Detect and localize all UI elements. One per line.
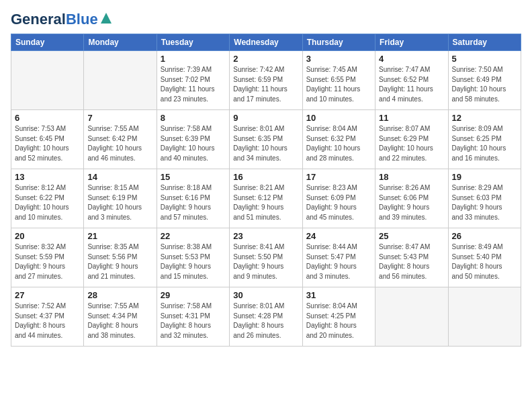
calendar-cell: 28Sunrise: 7:55 AM Sunset: 4:34 PM Dayli… <box>84 287 157 347</box>
cell-info: Sunrise: 7:47 AM Sunset: 6:52 PM Dayligh… <box>379 65 444 104</box>
logo: GeneralBlue <box>11 11 113 28</box>
cell-info: Sunrise: 8:23 AM Sunset: 6:09 PM Dayligh… <box>306 183 371 222</box>
calendar-week-row: 13Sunrise: 8:12 AM Sunset: 6:22 PM Dayli… <box>11 169 521 228</box>
logo-text: GeneralBlue <box>11 11 98 28</box>
calendar-day-header: Wednesday <box>230 34 302 51</box>
day-number: 19 <box>452 172 517 182</box>
cell-info: Sunrise: 7:55 AM Sunset: 6:42 PM Dayligh… <box>87 124 152 163</box>
day-number: 11 <box>379 113 444 123</box>
calendar-week-row: 27Sunrise: 7:52 AM Sunset: 4:37 PM Dayli… <box>11 287 521 347</box>
calendar-cell: 3Sunrise: 7:45 AM Sunset: 6:55 PM Daylig… <box>302 51 375 110</box>
svg-marker-0 <box>101 13 112 24</box>
calendar-cell: 8Sunrise: 7:58 AM Sunset: 6:39 PM Daylig… <box>157 110 229 169</box>
calendar-cell: 31Sunrise: 8:04 AM Sunset: 4:25 PM Dayli… <box>302 287 375 347</box>
cell-info: Sunrise: 8:21 AM Sunset: 6:12 PM Dayligh… <box>233 183 298 222</box>
calendar-day-header: Thursday <box>302 34 375 51</box>
cell-info: Sunrise: 7:45 AM Sunset: 6:55 PM Dayligh… <box>306 65 371 104</box>
day-number: 9 <box>233 113 298 123</box>
calendar-cell: 2Sunrise: 7:42 AM Sunset: 6:59 PM Daylig… <box>230 51 302 110</box>
cell-info: Sunrise: 8:01 AM Sunset: 4:28 PM Dayligh… <box>233 302 298 340</box>
day-number: 16 <box>233 172 298 182</box>
day-number: 29 <box>161 290 226 300</box>
calendar-cell: 10Sunrise: 8:04 AM Sunset: 6:32 PM Dayli… <box>302 110 375 169</box>
cell-info: Sunrise: 7:52 AM Sunset: 4:37 PM Dayligh… <box>15 302 80 340</box>
calendar-cell: 30Sunrise: 8:01 AM Sunset: 4:28 PM Dayli… <box>230 287 302 347</box>
day-number: 30 <box>233 290 298 300</box>
calendar-cell: 5Sunrise: 7:50 AM Sunset: 6:49 PM Daylig… <box>448 51 521 110</box>
day-number: 5 <box>452 54 517 64</box>
cell-info: Sunrise: 8:18 AM Sunset: 6:16 PM Dayligh… <box>161 183 226 222</box>
calendar-cell <box>375 287 448 347</box>
cell-info: Sunrise: 7:53 AM Sunset: 6:45 PM Dayligh… <box>15 124 80 163</box>
day-number: 4 <box>379 54 444 64</box>
calendar-day-header: Friday <box>375 34 448 51</box>
day-number: 8 <box>161 113 226 123</box>
calendar-cell: 21Sunrise: 8:35 AM Sunset: 5:56 PM Dayli… <box>84 228 157 287</box>
day-number: 6 <box>15 113 80 123</box>
cell-info: Sunrise: 8:49 AM Sunset: 5:40 PM Dayligh… <box>452 242 517 281</box>
calendar-cell: 22Sunrise: 8:38 AM Sunset: 5:53 PM Dayli… <box>157 228 229 287</box>
calendar-cell: 7Sunrise: 7:55 AM Sunset: 6:42 PM Daylig… <box>84 110 157 169</box>
calendar-cell: 14Sunrise: 8:15 AM Sunset: 6:19 PM Dayli… <box>84 169 157 228</box>
cell-info: Sunrise: 8:38 AM Sunset: 5:53 PM Dayligh… <box>161 242 226 281</box>
cell-info: Sunrise: 8:32 AM Sunset: 5:59 PM Dayligh… <box>15 242 80 281</box>
calendar-cell: 15Sunrise: 8:18 AM Sunset: 6:16 PM Dayli… <box>157 169 229 228</box>
calendar-cell: 29Sunrise: 7:58 AM Sunset: 4:31 PM Dayli… <box>157 287 229 347</box>
day-number: 28 <box>87 290 152 300</box>
cell-info: Sunrise: 8:26 AM Sunset: 6:06 PM Dayligh… <box>379 183 444 222</box>
day-number: 1 <box>161 54 226 64</box>
cell-info: Sunrise: 7:50 AM Sunset: 6:49 PM Dayligh… <box>452 65 517 104</box>
day-number: 24 <box>306 231 371 241</box>
calendar-cell: 25Sunrise: 8:47 AM Sunset: 5:43 PM Dayli… <box>375 228 448 287</box>
cell-info: Sunrise: 8:07 AM Sunset: 6:29 PM Dayligh… <box>379 124 444 163</box>
calendar-day-header: Saturday <box>448 34 521 51</box>
logo-icon <box>99 11 113 25</box>
calendar-week-row: 1Sunrise: 7:39 AM Sunset: 7:02 PM Daylig… <box>11 51 521 110</box>
day-number: 21 <box>87 231 152 241</box>
day-number: 12 <box>452 113 517 123</box>
calendar-week-row: 20Sunrise: 8:32 AM Sunset: 5:59 PM Dayli… <box>11 228 521 287</box>
day-number: 31 <box>306 290 371 300</box>
day-number: 2 <box>233 54 298 64</box>
cell-info: Sunrise: 7:55 AM Sunset: 4:34 PM Dayligh… <box>87 302 152 340</box>
calendar-week-row: 6Sunrise: 7:53 AM Sunset: 6:45 PM Daylig… <box>11 110 521 169</box>
page-header: GeneralBlue <box>11 11 521 28</box>
calendar-cell: 18Sunrise: 8:26 AM Sunset: 6:06 PM Dayli… <box>375 169 448 228</box>
calendar-cell: 26Sunrise: 8:49 AM Sunset: 5:40 PM Dayli… <box>448 228 521 287</box>
cell-info: Sunrise: 8:44 AM Sunset: 5:47 PM Dayligh… <box>306 242 371 281</box>
calendar-day-header: Tuesday <box>157 34 229 51</box>
calendar-cell: 16Sunrise: 8:21 AM Sunset: 6:12 PM Dayli… <box>230 169 302 228</box>
day-number: 17 <box>306 172 371 182</box>
calendar-cell: 13Sunrise: 8:12 AM Sunset: 6:22 PM Dayli… <box>11 169 84 228</box>
calendar-cell: 27Sunrise: 7:52 AM Sunset: 4:37 PM Dayli… <box>11 287 84 347</box>
day-number: 14 <box>87 172 152 182</box>
cell-info: Sunrise: 7:39 AM Sunset: 7:02 PM Dayligh… <box>161 65 226 104</box>
calendar-cell: 9Sunrise: 8:01 AM Sunset: 6:35 PM Daylig… <box>230 110 302 169</box>
day-number: 13 <box>15 172 80 182</box>
calendar-cell <box>448 287 521 347</box>
calendar-cell: 6Sunrise: 7:53 AM Sunset: 6:45 PM Daylig… <box>11 110 84 169</box>
cell-info: Sunrise: 8:29 AM Sunset: 6:03 PM Dayligh… <box>452 183 517 222</box>
calendar-cell: 24Sunrise: 8:44 AM Sunset: 5:47 PM Dayli… <box>302 228 375 287</box>
cell-info: Sunrise: 8:01 AM Sunset: 6:35 PM Dayligh… <box>233 124 298 163</box>
cell-info: Sunrise: 8:47 AM Sunset: 5:43 PM Dayligh… <box>379 242 444 281</box>
calendar-cell: 12Sunrise: 8:09 AM Sunset: 6:25 PM Dayli… <box>448 110 521 169</box>
calendar-cell <box>11 51 84 110</box>
cell-info: Sunrise: 8:35 AM Sunset: 5:56 PM Dayligh… <box>87 242 152 281</box>
day-number: 20 <box>15 231 80 241</box>
day-number: 22 <box>161 231 226 241</box>
cell-info: Sunrise: 8:04 AM Sunset: 6:32 PM Dayligh… <box>306 124 371 163</box>
day-number: 27 <box>15 290 80 300</box>
day-number: 18 <box>379 172 444 182</box>
cell-info: Sunrise: 8:04 AM Sunset: 4:25 PM Dayligh… <box>306 302 371 340</box>
day-number: 7 <box>87 113 152 123</box>
calendar-day-header: Sunday <box>11 34 84 51</box>
calendar-cell: 23Sunrise: 8:41 AM Sunset: 5:50 PM Dayli… <box>230 228 302 287</box>
calendar-table: SundayMondayTuesdayWednesdayThursdayFrid… <box>11 34 521 347</box>
cell-info: Sunrise: 8:15 AM Sunset: 6:19 PM Dayligh… <box>87 183 152 222</box>
calendar-day-header: Monday <box>84 34 157 51</box>
calendar-cell <box>84 51 157 110</box>
calendar-cell: 17Sunrise: 8:23 AM Sunset: 6:09 PM Dayli… <box>302 169 375 228</box>
calendar-cell: 11Sunrise: 8:07 AM Sunset: 6:29 PM Dayli… <box>375 110 448 169</box>
cell-info: Sunrise: 8:41 AM Sunset: 5:50 PM Dayligh… <box>233 242 298 281</box>
